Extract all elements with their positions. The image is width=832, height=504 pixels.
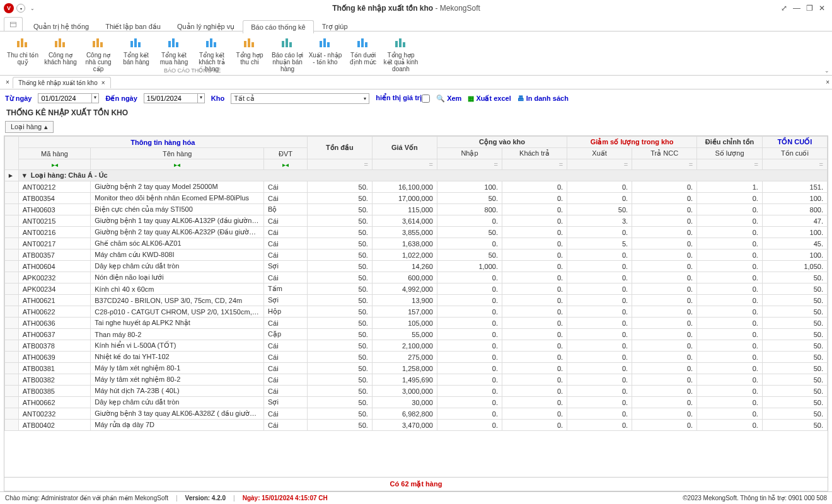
home-tab[interactable] [4, 17, 23, 31]
window-title: Thống kê nhập xuất tồn kho - MekongSoft [35, 4, 778, 13]
from-date-label: Từ ngày [5, 94, 32, 103]
table-row[interactable]: ANT00217Ghế chăm sóc ALK06-AZ01Cái50.1,6… [5, 238, 828, 249]
svg-rect-8 [93, 41, 95, 47]
svg-rect-11 [130, 41, 133, 47]
close-all-tabs-icon[interactable]: × [3, 79, 13, 86]
ribbon-icon [318, 34, 332, 50]
col-toncuoi[interactable]: Tồn cuối [762, 148, 827, 159]
table-row[interactable]: ANT00212Giường bệnh 2 tay quay Model 250… [5, 181, 828, 193]
ribbon-item-1[interactable]: Công nợ khách hàng [42, 34, 79, 72]
svg-rect-4 [25, 42, 27, 47]
col-khachtra[interactable]: Khách trả [502, 148, 567, 159]
show-price-checkbox[interactable] [422, 94, 430, 103]
col-tondau[interactable]: Tồn đầu [307, 137, 372, 159]
status-welcome: Chào mừng: Administrator đến với phần mề… [5, 495, 168, 501]
table-row[interactable]: ATH00604Dây kẹp châm cứu dắt trònSợi50.1… [5, 261, 828, 272]
row-count-footer: Có 62 mặt hàng [4, 477, 828, 491]
col-trancc[interactable]: Trả NCC [632, 148, 697, 159]
print-button[interactable]: 🖶In danh sách [517, 94, 569, 102]
ribbon-item-0[interactable]: Thu chi tồn quỹ [4, 34, 42, 72]
svg-rect-0 [11, 22, 16, 27]
status-date: Ngày: 15/01/2024 4:15:07 CH [243, 495, 328, 501]
col-nhap[interactable]: Nhập [437, 148, 502, 159]
collapse-icon[interactable]: ▾ [23, 171, 29, 180]
ribbon-expand-icon[interactable]: ⌄ [824, 67, 829, 74]
col-group-info[interactable]: Thông tin hàng hóa [18, 137, 307, 148]
col-xuat[interactable]: Xuất [567, 148, 632, 159]
col-giavon[interactable]: Giá Vốn [372, 137, 437, 159]
close-button[interactable]: ✕ [816, 4, 828, 13]
close-tab-icon[interactable]: × [101, 79, 105, 86]
ribbon-collapse-icon[interactable]: ⤢ [778, 4, 790, 13]
table-row[interactable]: ATH00622C28-p010 - CATGUT CHROM, USP 2/0… [5, 306, 828, 318]
col-soluong[interactable]: Số lượng [697, 148, 763, 159]
view-button[interactable]: 🔍Xem [436, 94, 461, 103]
ribbon-item-2[interactable]: Công nợ nhà cung cấp [79, 34, 117, 72]
menu-tabs: Quản trị hệ thốngThiết lập ban đầuQuản l… [0, 16, 832, 32]
group-by-chip[interactable]: Loại hàng▴ [5, 121, 54, 133]
ribbon-item-8[interactable]: Xuất - nhập - tồn kho [306, 34, 344, 72]
table-row[interactable]: ATH00603Điện cực chén của máy STI500Bộ50… [5, 204, 828, 215]
svg-rect-22 [251, 42, 254, 47]
export-excel-button[interactable]: ▦Xuất excel [468, 94, 511, 103]
table-row[interactable]: ATH00621B37CD240 - BRILON, USP 3/0, 75cm… [5, 295, 828, 306]
svg-rect-15 [172, 38, 175, 47]
table-row[interactable]: ATB00385Máy hút dịch 7A-23B ( 40L)Cái50.… [5, 386, 828, 397]
table-row[interactable]: ATH00639Nhiệt kế đo tai YHT-102Cái50.275… [5, 352, 828, 363]
sort-asc-icon: ▴ [44, 123, 48, 131]
ribbon-item-7[interactable]: Báo cáo lợi nhuận bán hàng [269, 34, 306, 72]
ribbon-item-4[interactable]: Tổng kết mua hàng [155, 34, 193, 72]
ribbon-item-5[interactable]: Tổng kết khách trả hàng [193, 34, 231, 72]
filter-icon[interactable]: ▸◂ [52, 161, 58, 168]
col-dvt[interactable]: ĐVT [264, 148, 308, 159]
from-date-input[interactable] [38, 93, 92, 103]
col-ma[interactable]: Mã hàng [18, 148, 91, 159]
table-row[interactable]: ANT00232Giường bệnh 3 tay quay ALK06-A32… [5, 408, 828, 420]
ribbon-item-10[interactable]: Tổng hợp kết quả kinh doanh [382, 34, 420, 72]
ribbon-item-9[interactable]: Tồn dưới định mức [344, 34, 382, 72]
ribbon-item-6[interactable]: Tổng hợp thu chi [231, 34, 269, 72]
from-date-dropdown[interactable]: ▾ [92, 93, 99, 103]
tabs-overflow-icon[interactable]: × [826, 79, 829, 86]
table-row[interactable]: ANT00216Giường bệnh 2 tay quay ALK06-A23… [5, 227, 828, 238]
col-group-adj[interactable]: Điều chỉnh tồn [697, 137, 763, 148]
table-row[interactable]: ATB00382Máy ly tâm xét nghiệm 80-2Cái50.… [5, 374, 828, 386]
ribbon-item-label: Tổng kết bán hàng [118, 52, 154, 66]
ribbon-item-label: Tổng hợp kết quả kinh doanh [383, 52, 419, 72]
quick-access-dropdown[interactable]: ▾ [16, 4, 25, 13]
col-group-out[interactable]: Giảm số lượng trong kho [567, 137, 697, 148]
table-row[interactable]: ATH00636Tai nghe huyết áp ALPK2 NhậtCái5… [5, 318, 828, 329]
menu-tab-1[interactable]: Thiết lập ban đầu [97, 20, 169, 33]
table-row[interactable]: ATH00637Than máy 80-2Cặp50.55,0000.0.0.0… [5, 329, 828, 340]
svg-rect-19 [214, 42, 216, 47]
table-row[interactable]: ATH00662Dây kẹp châm cứu dắt trònSợi50.3… [5, 397, 828, 408]
svg-rect-16 [176, 42, 178, 47]
menu-tab-2[interactable]: Quản lý nghiệp vụ [169, 20, 243, 33]
table-row[interactable]: ATB00357Máy châm cứu KWD-808ICái50.1,022… [5, 249, 828, 261]
to-date-input[interactable] [144, 93, 198, 103]
col-group-end[interactable]: TỒN CUỐI [762, 137, 827, 148]
table-row[interactable]: APK00234Kính chì 40 x 60cmTấm50.4,992,00… [5, 284, 828, 295]
table-row[interactable]: ATB00402Máy rửa dạ dày 7DCái50.3,470,000… [5, 420, 828, 431]
table-row[interactable]: ANT00215Giường bệnh 1 tay quay ALK06-A13… [5, 215, 828, 227]
table-row[interactable]: ATB00381Máy ly tâm xét nghiệm 80-1Cái50.… [5, 363, 828, 374]
quick-access-chevron[interactable]: ⌄ [30, 6, 35, 11]
maximize-button[interactable]: ❐ [803, 4, 816, 13]
warehouse-select[interactable]: Tất cả▾ [231, 93, 369, 104]
minimize-button[interactable]: — [790, 4, 803, 13]
group-header-row[interactable]: ▸ ▾ Loại hàng: Châu Á - Úc [5, 170, 828, 181]
menu-tab-4[interactable]: Trợ giúp [314, 20, 356, 33]
filter-icon[interactable]: ▸◂ [282, 161, 289, 168]
to-date-dropdown[interactable]: ▾ [198, 93, 205, 103]
table-row[interactable]: ATB00354Monitor theo dõi bệnh nhân Ecome… [5, 193, 828, 204]
filter-icon[interactable]: ▸◂ [174, 161, 180, 168]
document-tab-inventory[interactable]: Thống kê nhập xuất tồn kho × [13, 77, 111, 88]
menu-tab-0[interactable]: Quản trị hệ thống [25, 20, 97, 33]
col-ten[interactable]: Tên hàng [91, 148, 264, 159]
svg-rect-23 [282, 41, 284, 47]
table-row[interactable]: ATB00378Kính hiển vi L-500A (TỐT)Cái50.2… [5, 340, 828, 352]
excel-icon: ▦ [468, 94, 474, 103]
col-group-in[interactable]: Cộng vào kho [437, 137, 567, 148]
ribbon-item-3[interactable]: Tổng kết bán hàng [117, 34, 155, 72]
table-row[interactable]: APK00232Nón điện não loại lướiCái50.600,… [5, 272, 828, 284]
